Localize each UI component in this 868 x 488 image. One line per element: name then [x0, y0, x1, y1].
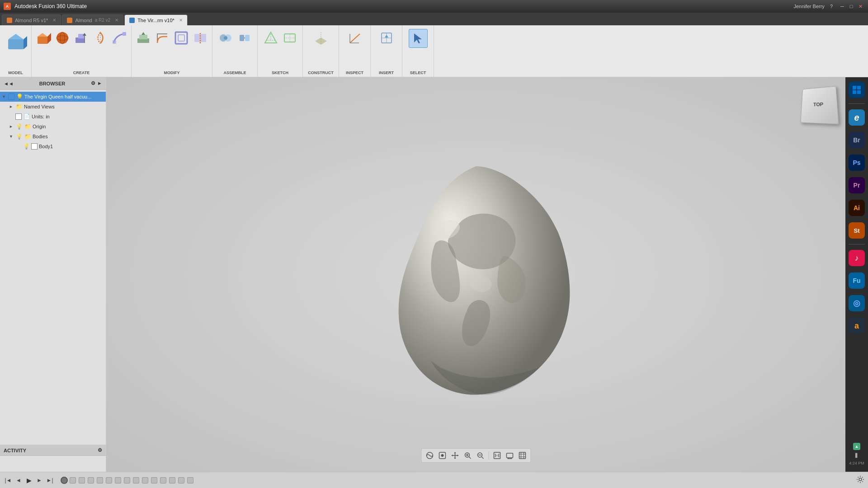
sphere-button[interactable]: [53, 29, 71, 47]
look-at-button[interactable]: [437, 450, 448, 461]
box-button[interactable]: [34, 29, 52, 47]
timeline-marker[interactable]: [178, 477, 184, 483]
tree-arrow-bodies[interactable]: ▼: [9, 134, 15, 139]
tree-item-body1[interactable]: ► 💡 Body1: [0, 141, 106, 151]
timeline-first-btn[interactable]: |◄: [4, 476, 13, 485]
panel-settings-icon[interactable]: ⚙: [91, 80, 95, 86]
press-pull-button[interactable]: [134, 29, 152, 47]
tree-label-units: Units: in: [32, 114, 50, 119]
push-pull-button[interactable]: [72, 29, 90, 47]
tree-checkbox-units[interactable]: [15, 113, 22, 120]
revolve-button[interactable]: [91, 29, 109, 47]
timeline-track-area: [61, 477, 850, 484]
timeline-marker[interactable]: [97, 477, 103, 483]
timeline-marker[interactable]: [88, 477, 94, 483]
sweep-button[interactable]: [110, 29, 128, 47]
pan-button[interactable]: [449, 450, 460, 461]
tree-item-named-views[interactable]: ► 📁 Named Views: [0, 102, 106, 112]
sketch-create-button[interactable]: [262, 29, 280, 47]
tree-arrow-origin[interactable]: ►: [9, 124, 15, 129]
timeline-marker[interactable]: [79, 477, 85, 483]
tree-arrow-named-views[interactable]: ►: [9, 104, 15, 109]
timeline-marker[interactable]: [106, 477, 112, 483]
timeline-play-btn[interactable]: ▶: [24, 476, 33, 485]
svg-rect-3: [38, 37, 47, 44]
display-settings-button[interactable]: [504, 450, 515, 461]
timeline-marker[interactable]: [133, 477, 139, 483]
as-built-button[interactable]: [236, 29, 254, 47]
timeline-settings-btn[interactable]: [856, 475, 864, 485]
measure-button[interactable]: [346, 29, 364, 47]
tree-item-root[interactable]: ▼ 💡 The Virgin Queen half vacuu...: [0, 92, 106, 102]
tree-checkbox-root[interactable]: [8, 94, 14, 100]
timeline-last-btn[interactable]: ►|: [45, 476, 54, 485]
select-button[interactable]: [409, 29, 428, 48]
timeline-marker[interactable]: [115, 477, 121, 483]
timeline-marker[interactable]: [124, 477, 130, 483]
help-icon[interactable]: ?: [830, 4, 833, 9]
tree-checkbox-body1[interactable]: [31, 143, 38, 150]
dock-music[interactable]: ♪: [846, 248, 867, 268]
timeline-marker[interactable]: [160, 477, 166, 483]
activity-panel: ACTIVITY ⚙: [0, 445, 106, 472]
dock-fusion-app[interactable]: Fu: [846, 270, 867, 291]
joint-button[interactable]: [217, 29, 235, 47]
dock-web[interactable]: ◎: [846, 293, 867, 314]
zoom-out-button[interactable]: [475, 450, 486, 461]
timeline-marker[interactable]: [151, 477, 157, 483]
timeline-prev-btn[interactable]: ◄: [14, 476, 23, 485]
dock-stock[interactable]: St: [846, 220, 867, 241]
orbit-button[interactable]: [424, 450, 435, 461]
timeline-marker[interactable]: [169, 477, 175, 483]
tab-almond-r5[interactable]: Almond R5 v1* ✕: [2, 14, 61, 25]
timeline-marker[interactable]: [187, 477, 193, 483]
timeline-marker[interactable]: [142, 477, 148, 483]
nav-cube-label: TOP: [813, 102, 823, 107]
plane-button[interactable]: [312, 29, 330, 47]
tab-close-icon[interactable]: ✕: [52, 18, 56, 23]
tab-virgin-queen[interactable]: The Vir...rm v10* ✕: [124, 14, 188, 25]
inspect-section-label: INSPECT: [346, 70, 363, 77]
minimize-button[interactable]: ─: [838, 2, 846, 10]
close-button[interactable]: ✕: [856, 2, 864, 10]
timeline-next-btn[interactable]: ►: [35, 476, 44, 485]
dock-photoshop[interactable]: Ps: [846, 152, 867, 173]
insert-icons: [377, 27, 396, 70]
model-button[interactable]: [3, 29, 28, 54]
nav-cube[interactable]: TOP: [800, 86, 836, 122]
maximize-button[interactable]: □: [847, 2, 855, 10]
fit-screen-button[interactable]: [491, 450, 502, 461]
timeline-position-marker[interactable]: [61, 477, 68, 484]
dock-illustrator[interactable]: Ai: [846, 197, 867, 218]
insert-section-label: INSERT: [379, 70, 394, 77]
tree-item-units[interactable]: ► 📄 Units: in: [0, 112, 106, 122]
nav-cube-face[interactable]: TOP: [801, 86, 839, 124]
tab-close-icon[interactable]: ✕: [179, 18, 183, 23]
dock-premiere[interactable]: Pr: [846, 175, 867, 196]
tree-item-origin[interactable]: ► 💡 📁 Origin: [0, 122, 106, 131]
tab-icon: [129, 18, 135, 23]
timeline-bar: |◄ ◄ ▶ ► ►|: [0, 472, 868, 488]
tab-close-icon[interactable]: ✕: [115, 18, 118, 23]
timeline-marker[interactable]: [70, 477, 76, 483]
panel-expand-icon[interactable]: ►: [97, 80, 102, 86]
activity-settings-icon[interactable]: ⚙: [98, 447, 102, 453]
viewport[interactable]: TOP: [106, 77, 845, 472]
tab-almond-r2[interactable]: Almond a R2 v2 ✕: [62, 14, 123, 25]
tree-arrow-root[interactable]: ▼: [2, 94, 8, 99]
dock-bridge[interactable]: Br: [846, 130, 867, 150]
split-button[interactable]: [191, 29, 209, 47]
tab-bar: Almond R5 v1* ✕ Almond a R2 v2 ✕ The Vir…: [0, 13, 868, 25]
grid-settings-button[interactable]: [517, 450, 528, 461]
fillet-button[interactable]: [153, 29, 171, 47]
sketch-section-label: SKETCH: [272, 70, 288, 77]
panel-collapse-btn[interactable]: ◄◄: [4, 81, 14, 86]
dock-ie[interactable]: e: [846, 107, 867, 128]
zoom-in-button[interactable]: [462, 450, 473, 461]
finish-sketch-button[interactable]: [281, 29, 299, 47]
dock-windows[interactable]: [846, 80, 867, 100]
shell-button[interactable]: [172, 29, 190, 47]
tree-item-bodies[interactable]: ▼ 💡 📁 Bodies: [0, 131, 106, 141]
dock-amazon[interactable]: a: [846, 315, 867, 336]
insert-mesh-button[interactable]: [377, 29, 396, 47]
